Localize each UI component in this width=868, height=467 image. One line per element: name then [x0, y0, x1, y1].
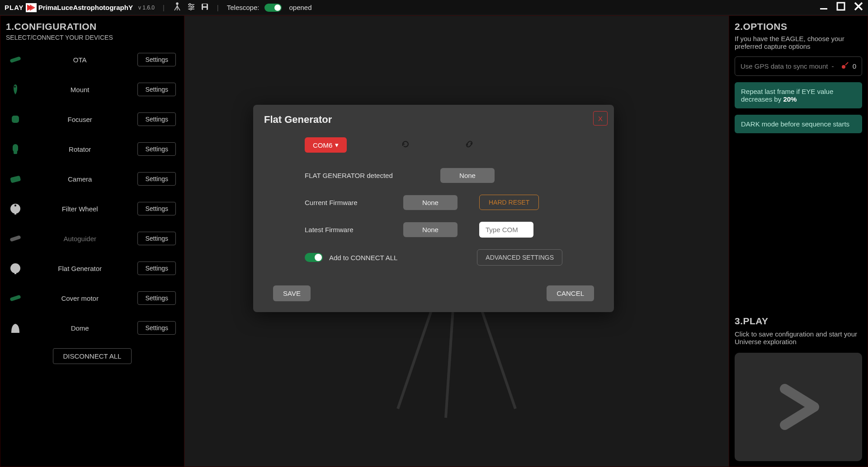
- play-icon: [771, 380, 826, 434]
- brand-name: PrimaLuceAstrophotographY: [38, 4, 133, 11]
- device-label: Flat Generator: [22, 265, 137, 272]
- disconnect-all-button[interactable]: DISCONNECT ALL: [53, 348, 132, 364]
- device-label: Rotator: [22, 145, 137, 153]
- gps-count: 0: [853, 62, 856, 70]
- app-version: v 1.6.0: [138, 5, 155, 11]
- svg-point-21: [10, 263, 20, 273]
- device-row-rotator: RotatorSettings: [6, 134, 179, 164]
- svg-rect-8: [203, 8, 207, 10]
- svg-rect-9: [820, 8, 827, 9]
- gps-label: Use GPS data to sync mount: [741, 62, 828, 70]
- maximize-button[interactable]: [836, 2, 845, 13]
- svg-rect-14: [13, 144, 18, 152]
- device-row-autoguider: AutoguiderSettings: [6, 224, 179, 253]
- save-button[interactable]: SAVE: [273, 285, 311, 301]
- config-title: 1.CONFIGURATION: [6, 21, 179, 32]
- settings-button-filterwheel[interactable]: Settings: [137, 202, 176, 215]
- svg-marker-1: [30, 5, 35, 11]
- com-input[interactable]: [479, 222, 533, 238]
- minimize-button[interactable]: [819, 2, 828, 13]
- settings-button-rotator[interactable]: Settings: [137, 142, 176, 156]
- repeat-frame-option[interactable]: Repeat last frame if EYE value decreases…: [735, 82, 862, 108]
- svg-rect-23: [9, 294, 21, 301]
- logo-icon: [26, 3, 37, 12]
- flat-icon: [9, 262, 22, 275]
- latest-firmware-label: Latest Firmware: [305, 226, 403, 234]
- options-title: 2.OPTIONS: [735, 21, 862, 32]
- svg-point-18: [14, 205, 16, 206]
- svg-point-2: [176, 3, 178, 5]
- device-label: Camera: [22, 175, 137, 183]
- device-label: Mount: [22, 86, 137, 93]
- settings-button-autoguider[interactable]: Settings: [137, 232, 176, 245]
- window-controls: [819, 1, 863, 14]
- svg-rect-13: [12, 116, 19, 123]
- svg-point-3: [189, 4, 191, 5]
- options-panel: 2.OPTIONS If you have the EAGLE, choose …: [729, 15, 868, 467]
- svg-point-36: [842, 65, 845, 69]
- cancel-button[interactable]: CANCEL: [547, 285, 594, 301]
- device-row-ota: OTASettings: [6, 45, 179, 75]
- settings-button-ota[interactable]: Settings: [137, 53, 176, 66]
- com-port-dropdown[interactable]: COM6 ▾: [305, 137, 347, 153]
- telescope-label: Telescope:: [227, 4, 259, 11]
- device-row-dome: DomeSettings: [6, 313, 179, 343]
- device-label: Filter Wheel: [22, 205, 137, 213]
- autoguider-icon: [9, 232, 22, 245]
- settings-button-dome[interactable]: Settings: [137, 321, 176, 335]
- sliders-icon[interactable]: [187, 3, 195, 12]
- refresh-icon[interactable]: [401, 140, 410, 151]
- device-label: Autoguider: [22, 235, 137, 243]
- configuration-panel: 1.CONFIGURATION SELECT/CONNECT YOUR DEVI…: [0, 15, 184, 467]
- config-subtitle: SELECT/CONNECT YOUR DEVICES: [6, 34, 179, 41]
- settings-button-mount[interactable]: Settings: [137, 83, 176, 96]
- settings-button-cover[interactable]: Settings: [137, 291, 176, 305]
- device-row-flat: Flat GeneratorSettings: [6, 253, 179, 283]
- device-label: Cover motor: [22, 294, 137, 302]
- play-button[interactable]: [735, 353, 862, 461]
- device-row-camera: CameraSettings: [6, 164, 179, 194]
- current-firmware-value: None: [403, 195, 458, 210]
- cover-icon: [9, 291, 22, 305]
- chevron-down-icon: ▾: [335, 141, 339, 149]
- telescope-toggle[interactable]: [264, 4, 282, 12]
- camera-icon: [9, 172, 22, 186]
- save-icon[interactable]: [201, 3, 209, 12]
- dialog-close-button[interactable]: X: [593, 111, 608, 126]
- svg-rect-15: [14, 151, 17, 154]
- current-firmware-label: Current Firmware: [305, 199, 403, 206]
- hard-reset-button[interactable]: HARD RESET: [479, 195, 539, 210]
- ota-icon: [9, 53, 22, 66]
- telescope-state: opened: [289, 4, 311, 11]
- detected-label: FLAT GENERATOR detected: [305, 172, 403, 179]
- close-window-button[interactable]: [854, 1, 863, 14]
- device-row-focuser: FocuserSettings: [6, 104, 179, 134]
- svg-rect-22: [14, 272, 16, 274]
- dialog-title: Flat Generator: [264, 114, 603, 126]
- link-icon[interactable]: [464, 139, 474, 151]
- connect-all-toggle[interactable]: [305, 253, 323, 262]
- settings-button-flat[interactable]: Settings: [137, 262, 176, 275]
- satellite-icon: [841, 61, 849, 71]
- mount-icon: [9, 83, 22, 96]
- app-logo: PLAY PrimaLuceAstrophotographY v 1.6.0: [5, 3, 155, 12]
- play-help: Click to save configuration and start yo…: [735, 330, 862, 346]
- device-label: Dome: [22, 324, 137, 332]
- latest-firmware-value: None: [403, 222, 458, 237]
- advanced-settings-button[interactable]: ADVANCED SETTINGS: [477, 249, 562, 266]
- play-word: PLAY: [5, 4, 24, 11]
- svg-rect-10: [837, 3, 844, 10]
- rotator-icon: [9, 142, 22, 156]
- gps-sync-button[interactable]: Use GPS data to sync mount - 0: [735, 56, 862, 76]
- svg-rect-11: [9, 56, 21, 63]
- settings-button-focuser[interactable]: Settings: [137, 112, 176, 126]
- options-help: If you have the EAGLE, choose your prefe…: [735, 35, 862, 50]
- device-row-filterwheel: Filter WheelSettings: [6, 194, 179, 224]
- dome-icon: [9, 321, 22, 335]
- dark-mode-option[interactable]: DARK mode before sequence starts: [735, 115, 862, 133]
- svg-point-4: [192, 6, 193, 8]
- svg-rect-7: [203, 4, 207, 6]
- focuser-icon: [9, 112, 22, 126]
- settings-button-camera[interactable]: Settings: [137, 172, 176, 186]
- tripod-icon[interactable]: [173, 2, 182, 13]
